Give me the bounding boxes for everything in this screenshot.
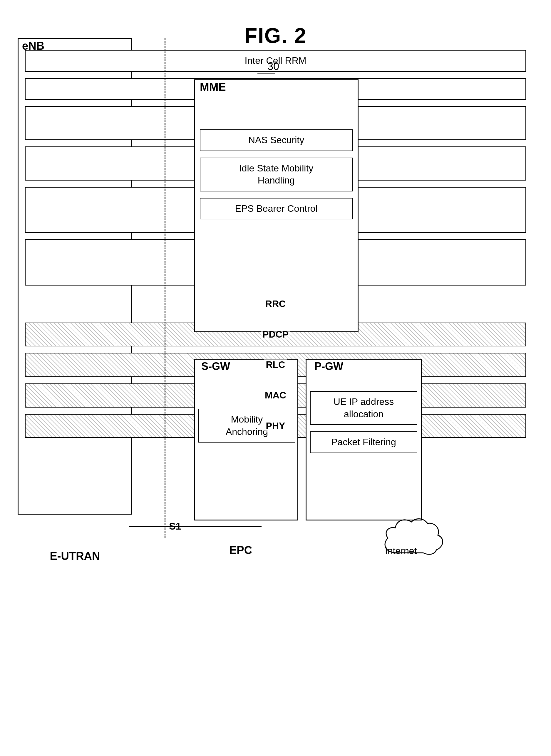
mme-ref-num: 30 <box>267 60 279 73</box>
internet-cloud <box>379 515 450 564</box>
epc-label: EPC <box>229 544 252 557</box>
internet-label: Internet <box>385 545 417 556</box>
dashed-separator <box>164 38 165 538</box>
packet-filtering-box: Packet Filtering <box>310 431 417 453</box>
ue-ip-box: UE IP addressallocation <box>310 391 417 425</box>
eps-bearer-box: EPS Bearer Control <box>200 198 353 220</box>
pgw-label: P-GW <box>315 360 343 372</box>
mme-inner-boxes: NAS Security Idle State MobilityHandling… <box>200 130 353 226</box>
s1-label: S1 <box>169 520 181 532</box>
ref-line-mme <box>257 73 275 73</box>
s1-line <box>129 526 261 527</box>
sgw-label: S-GW <box>201 360 230 372</box>
nas-security-box: NAS Security <box>200 130 353 151</box>
eutran-label: E-UTRAN <box>18 550 132 756</box>
idle-state-box: Idle State MobilityHandling <box>200 158 353 192</box>
pgw-inner-boxes: UE IP addressallocation Packet Filtering <box>310 391 417 460</box>
mme-label: MME <box>200 81 226 93</box>
